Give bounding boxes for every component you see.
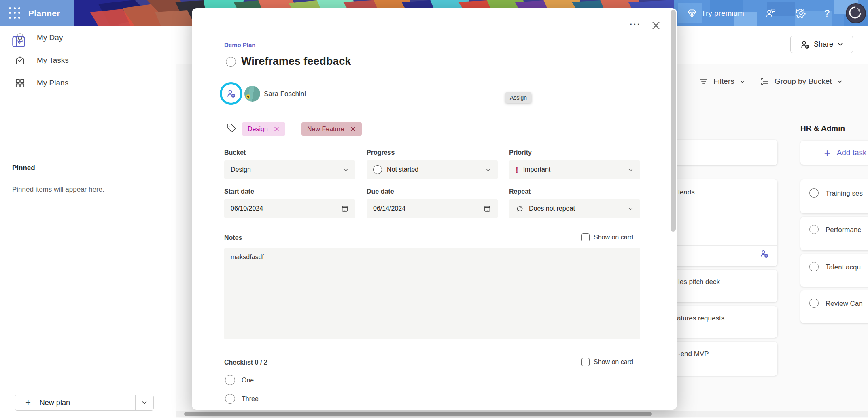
remove-label-icon[interactable] xyxy=(350,126,356,132)
group-by-label: Group by Bucket xyxy=(775,77,832,86)
notes-textarea[interactable]: maksdfasdf xyxy=(224,248,640,339)
task-complete-checkbox[interactable] xyxy=(809,299,819,308)
task-detail-modal: ··· Demo Plan Wireframes feedback Sara F… xyxy=(192,8,677,410)
bucket-dropdown[interactable]: Design xyxy=(224,160,355,179)
start-date-input[interactable]: 06/10/2024 xyxy=(224,199,355,218)
account-avatar[interactable] xyxy=(846,3,866,23)
sidebar-item-label: My Tasks xyxy=(37,56,69,65)
assign-tooltip: Assign xyxy=(505,92,531,103)
chevron-down-icon xyxy=(628,206,634,212)
task-card[interactable]: Talent acqu xyxy=(800,254,868,287)
settings-button[interactable] xyxy=(796,8,806,19)
bucket-label: Bucket xyxy=(224,149,246,156)
task-card[interactable]: Training ses xyxy=(800,179,868,213)
notes-label: Notes xyxy=(224,234,242,241)
diamond-icon xyxy=(687,8,697,19)
calendar-icon[interactable] xyxy=(483,205,491,213)
task-complete-checkbox[interactable] xyxy=(226,57,236,67)
filters-button[interactable]: Filters xyxy=(699,74,745,89)
person-add-icon xyxy=(800,40,810,49)
show-on-card-checkbox[interactable] xyxy=(581,233,590,241)
assign-button-highlighted[interactable] xyxy=(220,82,242,105)
repeat-value: Does not repeat xyxy=(529,205,575,212)
chevron-down-icon xyxy=(837,41,843,47)
sidebar-item-my-tasks[interactable]: My Tasks xyxy=(0,49,176,72)
column-header: HR & Admin xyxy=(800,124,845,133)
priority-value: Important xyxy=(523,166,551,173)
modal-scrollbar-thumb[interactable] xyxy=(671,10,676,232)
progress-label: Progress xyxy=(367,149,395,156)
task-complete-checkbox[interactable] xyxy=(809,225,819,234)
bucket-value: Design xyxy=(231,166,251,173)
repeat-dropdown[interactable]: Does not repeat xyxy=(509,199,640,218)
grid-icon xyxy=(15,78,25,89)
due-date-input[interactable]: 06/14/2024 xyxy=(367,199,498,218)
progress-dropdown[interactable]: Not started xyxy=(367,160,498,179)
plus-icon: + xyxy=(25,397,31,408)
task-title[interactable]: Wireframes feedback xyxy=(241,55,351,68)
task-complete-checkbox[interactable] xyxy=(809,188,819,198)
horizontal-scrollbar-thumb[interactable] xyxy=(184,412,652,416)
sidebar-item-my-plans[interactable]: My Plans xyxy=(0,72,176,94)
person-add-icon xyxy=(226,89,236,98)
try-premium-button[interactable]: Try premium xyxy=(687,8,744,19)
checklist-item-checkbox[interactable] xyxy=(225,375,235,385)
app-launcher-icon[interactable] xyxy=(9,7,21,19)
task-card-title: les pitch deck xyxy=(678,278,720,286)
start-date-label: Start date xyxy=(224,188,254,195)
more-options-button[interactable]: ··· xyxy=(630,19,641,30)
label-chip-design: Design xyxy=(242,122,285,136)
pinned-empty-text: Pinned items will appear here. xyxy=(12,186,104,194)
due-date-value: 06/14/2024 xyxy=(373,205,405,212)
group-by-button[interactable]: Group by Bucket xyxy=(760,74,843,89)
tag-icon xyxy=(226,122,237,133)
priority-dropdown[interactable]: ! Important xyxy=(509,160,640,179)
calendar-icon[interactable] xyxy=(341,205,349,213)
chevron-down-icon[interactable] xyxy=(136,399,153,406)
sidebar-item-label: My Plans xyxy=(37,79,68,87)
feedback-person-icon xyxy=(765,8,776,19)
assignee-avatar[interactable] xyxy=(244,86,260,102)
task-card-title: Performanc xyxy=(826,226,861,234)
pinned-section-header: Pinned xyxy=(12,164,35,172)
sidebar-item-my-day[interactable]: My Day xyxy=(0,26,176,49)
chevron-down-icon xyxy=(739,79,745,85)
task-card[interactable]: Review Can xyxy=(800,290,868,323)
chevron-down-icon xyxy=(628,167,634,173)
checklist-item-checkbox[interactable] xyxy=(225,394,235,404)
task-card-title: Talent acqu xyxy=(826,263,861,271)
plus-icon: + xyxy=(824,147,830,159)
progress-value: Not started xyxy=(387,166,418,173)
share-button[interactable]: Share xyxy=(790,36,853,53)
task-card-title: atures requests xyxy=(677,314,724,322)
remove-label-icon[interactable] xyxy=(274,126,280,132)
group-by-icon xyxy=(760,77,770,86)
chevron-down-icon xyxy=(485,167,491,173)
new-plan-button[interactable]: + New plan xyxy=(15,395,154,411)
label-text: New Feature xyxy=(307,126,344,133)
checklist-item: One xyxy=(225,375,254,385)
help-button[interactable]: ? xyxy=(824,8,830,19)
task-card-title: -end MVP xyxy=(678,350,709,358)
person-add-icon[interactable] xyxy=(760,249,769,258)
filter-icon xyxy=(699,77,709,86)
task-complete-checkbox[interactable] xyxy=(809,262,819,271)
add-task-button[interactable]: + Add task xyxy=(800,141,868,165)
not-started-icon xyxy=(373,165,382,174)
notes-show-on-card: Show on card xyxy=(581,233,633,241)
checklist-item-label[interactable]: Three xyxy=(242,395,259,403)
close-icon[interactable] xyxy=(651,20,661,31)
collapse-sidebar-icon[interactable] xyxy=(11,36,26,47)
chevron-down-icon xyxy=(343,167,349,173)
show-on-card-checkbox[interactable] xyxy=(581,358,590,366)
checklist-title: Checklist 0 / 2 xyxy=(224,359,267,366)
show-on-card-label: Show on card xyxy=(594,234,633,241)
plan-name-link[interactable]: Demo Plan xyxy=(224,41,256,48)
feedback-button[interactable] xyxy=(765,8,776,19)
add-task-label: Add task xyxy=(837,148,867,157)
checklist-item-label[interactable]: One xyxy=(242,377,254,384)
topbar-controls: Try premium ? xyxy=(674,0,868,26)
gear-icon xyxy=(796,8,806,19)
task-card-title: leads xyxy=(678,188,695,196)
task-card[interactable]: Performanc xyxy=(800,217,868,250)
